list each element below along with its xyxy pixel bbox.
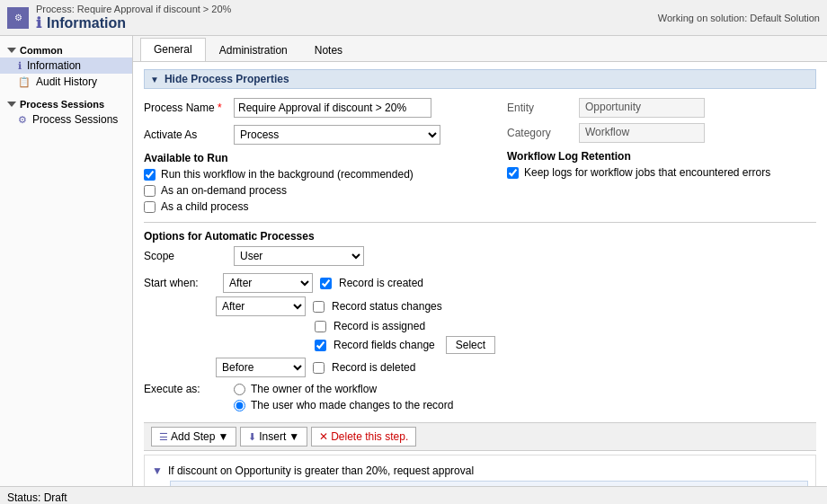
record-assigned-checkbox[interactable] <box>315 321 326 332</box>
category-label: Category <box>507 127 579 139</box>
start-when-row4: Record fields change Select <box>144 336 816 354</box>
process-label: Process: Require Approval if discount > … <box>36 4 231 14</box>
start-when-row3: Record is assigned <box>144 320 816 332</box>
options-title: Options for Automatic Processes <box>144 230 816 243</box>
checkbox-on-demand: As an on-demand process <box>144 184 453 197</box>
radio-owner[interactable] <box>234 384 245 395</box>
delete-icon: ✕ <box>319 430 328 443</box>
add-step-chevron: ▼ <box>218 430 228 443</box>
tab-general[interactable]: General <box>140 38 206 61</box>
available-to-run-title: Available to Run <box>144 152 453 164</box>
info-icon: ℹ <box>36 14 41 31</box>
record-created-label: Record is created <box>339 277 423 289</box>
process-sessions-nav-icon: ⚙ <box>18 114 27 126</box>
scope-label: Scope <box>144 250 234 262</box>
radio-user-label: The user who made changes to the record <box>251 399 453 411</box>
process-name-row: Process Name <box>144 98 453 118</box>
step-collapse-icon[interactable]: ▼ <box>152 464 163 477</box>
step-condition-label: If discount on Opportunity is greater th… <box>168 464 474 477</box>
record-status-checkbox[interactable] <box>313 301 325 313</box>
condition-link[interactable]: Opportunity:Opportunity Discount (%) <box>185 484 364 486</box>
delete-step-button[interactable]: ✕ Delete this step. <box>311 427 416 447</box>
step-indent-area: If Opportunity:Opportunity Discount (%) … <box>152 481 808 486</box>
select-button[interactable]: Select <box>446 336 495 354</box>
divider1 <box>144 222 816 223</box>
tabs-bar: General Administration Notes <box>133 36 827 62</box>
category-value: Workflow <box>579 123 705 143</box>
radio-row2: The user who made changes to the record <box>234 399 453 411</box>
workflow-steps-area: ▼ If discount on Opportunity is greater … <box>144 455 816 486</box>
on-demand-checkbox[interactable] <box>144 185 156 197</box>
add-step-button[interactable]: ☰ Add Step ▼ <box>151 427 236 447</box>
top-header: ⚙ Process: Require Approval if discount … <box>0 0 827 36</box>
tab-notes[interactable]: Notes <box>301 39 356 61</box>
sidebar-item-information[interactable]: ℹ Information <box>0 57 132 74</box>
record-deleted-label: Record is deleted <box>332 361 415 374</box>
record-status-label: Record status changes <box>332 300 442 313</box>
insert-button[interactable]: ⬇ Insert ▼ <box>240 427 307 447</box>
form-two-col: Process Name Activate As Process Task Fl… <box>144 98 816 217</box>
process-sessions-header[interactable]: Process Sessions <box>0 95 132 111</box>
checkbox-child-process: As a child process <box>144 200 453 213</box>
radio-owner-label: The owner of the workflow <box>251 383 377 395</box>
step-header-row: ▼ If discount on Opportunity is greater … <box>152 461 808 481</box>
process-name-input[interactable] <box>234 98 431 118</box>
process-name-label: Process Name <box>144 102 234 114</box>
section-header-process-properties: ▼ Hide Process Properties <box>144 69 816 89</box>
bg-workflow-label: Run this workflow in the background (rec… <box>161 168 414 181</box>
entity-label: Entity <box>507 102 579 114</box>
radio-row1: The owner of the workflow <box>234 383 453 395</box>
workflow-log-label: Keep logs for workflow jobs that encount… <box>524 166 770 179</box>
start-when-row1: Start when: After Before Record is creat… <box>144 273 816 293</box>
header-title-block: Process: Require Approval if discount > … <box>36 4 231 31</box>
sidebar-item-process-sessions[interactable]: ⚙ Process Sessions <box>0 111 132 128</box>
common-section-header[interactable]: Common <box>0 41 132 57</box>
insert-chevron: ▼ <box>289 430 299 443</box>
child-process-checkbox[interactable] <box>144 201 156 213</box>
entity-row: Entity Opportunity <box>507 98 816 118</box>
add-step-icon: ☰ <box>159 431 168 443</box>
workflow-log-title: Workflow Log Retention <box>507 150 816 163</box>
scope-select[interactable]: User Business Unit Parent: Child Busines… <box>234 246 364 266</box>
status-bar: Status: Draft <box>0 486 827 504</box>
workflow-log-checkbox[interactable] <box>507 167 519 179</box>
activate-as-label: Activate As <box>144 128 234 141</box>
category-row: Category Workflow <box>507 123 816 143</box>
record-deleted-checkbox[interactable] <box>313 362 325 374</box>
audit-nav-icon: 📋 <box>18 76 31 88</box>
execute-as-row: Execute as: The owner of the workflow Th… <box>144 383 816 415</box>
page-title: ℹ Information <box>36 14 231 31</box>
start-when-dropdown3[interactable]: Before After <box>216 358 306 377</box>
form-col-left: Process Name Activate As Process Task Fl… <box>144 98 453 217</box>
step-condition-detail: If Opportunity:Opportunity Discount (%) … <box>170 481 808 486</box>
action-bar: ☰ Add Step ▼ ⬇ Insert ▼ ✕ Delete this st… <box>144 422 816 451</box>
record-created-checkbox[interactable] <box>320 278 332 289</box>
workflow-log-checkbox-row: Keep logs for workflow jobs that encount… <box>507 166 816 179</box>
main-layout: Common ℹ Information 📋 Audit History Pro… <box>0 36 827 486</box>
radio-user[interactable] <box>234 400 245 411</box>
sidebar-item-audit-history[interactable]: 📋 Audit History <box>0 74 132 90</box>
tab-content-general: ▼ Hide Process Properties Process Name A… <box>133 62 827 486</box>
section-collapse-btn[interactable]: ▼ <box>150 75 159 84</box>
insert-icon: ⬇ <box>248 431 256 443</box>
common-collapse-icon <box>7 48 16 53</box>
entity-value: Opportunity <box>579 98 705 118</box>
form-col-right: Entity Opportunity Category Workflow Wor… <box>471 98 816 217</box>
activate-as-select[interactable]: Process Task Flow <box>234 125 440 145</box>
activate-as-row: Activate As Process Task Flow <box>144 125 453 145</box>
execute-as-label: Execute as: <box>144 383 234 395</box>
on-demand-label: As an on-demand process <box>161 184 287 197</box>
start-when-dropdown1[interactable]: After Before <box>223 273 313 293</box>
record-assigned-label: Record is assigned <box>333 320 425 332</box>
start-when-label: Start when: <box>144 277 216 289</box>
content-area: General Administration Notes ▼ Hide Proc… <box>133 36 827 486</box>
process-icon: ⚙ <box>7 7 29 29</box>
header-left: ⚙ Process: Require Approval if discount … <box>7 4 231 31</box>
tab-administration[interactable]: Administration <box>206 39 301 61</box>
process-sessions-collapse-icon <box>7 102 16 107</box>
bg-workflow-checkbox[interactable] <box>144 169 156 181</box>
child-process-label: As a child process <box>161 200 248 213</box>
start-when-dropdown2[interactable]: After Before <box>216 296 306 316</box>
record-fields-checkbox[interactable] <box>315 340 326 351</box>
sidebar: Common ℹ Information 📋 Audit History Pro… <box>0 36 133 486</box>
